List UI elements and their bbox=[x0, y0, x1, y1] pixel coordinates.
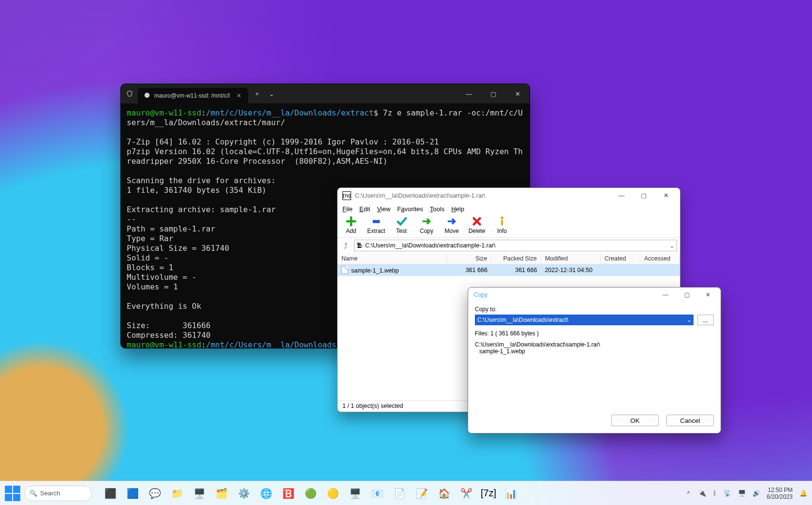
terminal-icon[interactable]: 🖥️ bbox=[190, 484, 209, 503]
cell-created bbox=[600, 264, 640, 276]
add-button[interactable]: Add bbox=[340, 216, 362, 234]
menu-help[interactable]: Help bbox=[451, 205, 464, 213]
menu-file[interactable]: File bbox=[342, 205, 353, 213]
clock-date: 6/20/2023 bbox=[767, 493, 793, 500]
cell-accessed bbox=[640, 264, 679, 276]
cell-packed: 361 666 bbox=[491, 264, 541, 276]
dialog-title: Copy bbox=[474, 291, 487, 298]
col-modified[interactable]: Modified bbox=[541, 253, 600, 264]
sevenzip-titlebar[interactable]: [7z] C:\Users\m__la\Downloads\extract\sa… bbox=[338, 188, 680, 203]
prompt-path: /mnt/c/Users/m__la/Downloads/ bbox=[206, 340, 341, 348]
usb-icon[interactable]: 🔌 bbox=[698, 490, 706, 497]
copy-stats: Files: 1 ( 361 666 bytes ) bbox=[475, 330, 714, 337]
tray-overflow-icon[interactable]: ＾ bbox=[685, 489, 692, 498]
snipping-icon[interactable]: ✂️ bbox=[457, 484, 476, 503]
archive-icon: 🗜 bbox=[356, 242, 362, 249]
shield-icon bbox=[121, 84, 138, 103]
edge-icon[interactable]: 🌐 bbox=[256, 484, 276, 503]
ok-button[interactable]: OK bbox=[611, 415, 659, 426]
address-combo[interactable]: 🗜 C:\Users\m__la\Downloads\extract\sampl… bbox=[354, 240, 677, 251]
notifications-icon[interactable]: 🔔 bbox=[799, 490, 807, 497]
system-tray: ＾ 🔌 ᛒ 📡 🖥️ 🔊 12:50 PM 6/20/2023 🔔 bbox=[685, 487, 807, 500]
taskbar: 🔍 Search ⬛ 🟦 💬 📁 🖥️ 🗂️ ⚙️ 🌐 🅱️ 🟢 🟡 🖥️ 📧 … bbox=[0, 481, 812, 505]
explorer-icon[interactable]: 📁 bbox=[167, 484, 187, 503]
col-accessed[interactable]: Accessed bbox=[640, 253, 679, 264]
notepad-icon[interactable]: 📝 bbox=[412, 484, 431, 503]
start-button[interactable] bbox=[5, 486, 20, 501]
word-icon[interactable]: 📄 bbox=[390, 484, 409, 503]
dev-home-icon[interactable]: 🏠 bbox=[434, 484, 454, 503]
menu-favorites[interactable]: Favorites bbox=[397, 205, 423, 213]
col-size[interactable]: Size bbox=[447, 253, 491, 264]
cell-size: 361 666 bbox=[447, 264, 491, 276]
maximize-button[interactable]: ▢ bbox=[481, 84, 505, 103]
terminal-tab[interactable]: mauro@vm-w11-ssd: /mnt/c/l ✕ bbox=[138, 88, 248, 103]
cell-modified: 2022-12-31 04:50 bbox=[541, 264, 600, 276]
info-button[interactable]: Info bbox=[491, 216, 513, 234]
copy-destination-combo[interactable]: C:\Users\m__la\Downloads\extract\ bbox=[475, 315, 694, 325]
sevenzip-menubar: File Edit View Favorites Tools Help bbox=[338, 203, 680, 215]
remote-desktop-icon[interactable]: 🖥️ bbox=[345, 484, 365, 503]
maximize-button[interactable]: ▢ bbox=[676, 288, 697, 302]
extract-button[interactable]: Extract bbox=[366, 216, 387, 234]
close-button[interactable]: ✕ bbox=[655, 188, 677, 203]
minimize-button[interactable]: — bbox=[655, 288, 676, 302]
copy-source-item: sample-1_1.webp bbox=[475, 348, 714, 355]
toolbar-label: Test bbox=[396, 228, 407, 234]
chrome-canary-icon[interactable]: 🟡 bbox=[323, 484, 342, 503]
excel-icon[interactable]: 📊 bbox=[501, 484, 520, 503]
chat-icon[interactable]: 💬 bbox=[145, 484, 164, 503]
settings-icon[interactable]: ⚙️ bbox=[234, 484, 253, 503]
move-button[interactable]: Move bbox=[441, 216, 462, 234]
prompt-user: mauro@vm-w11-ssd bbox=[127, 340, 201, 348]
outlook-icon[interactable]: 📧 bbox=[368, 484, 387, 503]
location-icon[interactable]: 📡 bbox=[723, 490, 731, 497]
test-button[interactable]: Test bbox=[391, 216, 412, 234]
col-name[interactable]: Name bbox=[338, 253, 447, 264]
table-row[interactable]: sample-1_1.webp 361 666 361 666 2022-12-… bbox=[338, 264, 680, 276]
copy-dialog: Copy — ▢ ✕ Copy to: C:\Users\m__la\Downl… bbox=[468, 287, 721, 433]
folder-icon[interactable]: 🗂️ bbox=[212, 484, 231, 503]
sevenzip-toolbar: Add Extract Test Copy Move Delete Info bbox=[338, 215, 680, 238]
network-icon[interactable]: 🖥️ bbox=[738, 490, 746, 497]
copy-button[interactable]: Copy bbox=[416, 216, 437, 234]
menu-view[interactable]: View bbox=[377, 205, 390, 213]
copy-titlebar[interactable]: Copy — ▢ ✕ bbox=[468, 288, 721, 302]
linux-icon bbox=[144, 92, 150, 100]
col-packed[interactable]: Packed Size bbox=[491, 253, 541, 264]
sevenzip-addressbar: ⤴ 🗜 C:\Users\m__la\Downloads\extract\sam… bbox=[338, 238, 680, 253]
copy-source: C:\Users\m__la\Downloads\extract\sample-… bbox=[475, 341, 714, 355]
browse-button[interactable]: ... bbox=[697, 315, 714, 325]
chrome-icon[interactable]: 🟢 bbox=[301, 484, 320, 503]
widgets-icon[interactable]: 🟦 bbox=[123, 484, 142, 503]
edge-beta-icon[interactable]: 🅱️ bbox=[279, 484, 298, 503]
maximize-button[interactable]: ▢ bbox=[633, 188, 655, 203]
taskbar-search[interactable]: 🔍 Search bbox=[24, 486, 92, 501]
volume-icon[interactable]: 🔊 bbox=[753, 490, 760, 497]
toolbar-label: Add bbox=[346, 228, 356, 234]
menu-tools[interactable]: Tools bbox=[430, 205, 444, 213]
toolbar-label: Move bbox=[444, 228, 458, 234]
chevron-down-icon[interactable]: ⌄ bbox=[669, 242, 675, 249]
cancel-button[interactable]: Cancel bbox=[666, 415, 714, 426]
tab-dropdown-icon[interactable]: ⌄ bbox=[266, 84, 277, 103]
folder-up-icon[interactable]: ⤴ bbox=[340, 242, 351, 250]
taskbar-apps: ⬛ 🟦 💬 📁 🖥️ 🗂️ ⚙️ 🌐 🅱️ 🟢 🟡 🖥️ 📧 📄 📝 🏠 ✂️ … bbox=[101, 484, 520, 503]
close-tab-icon[interactable]: ✕ bbox=[234, 91, 244, 101]
sevenzip-taskbar-icon[interactable]: [7z] bbox=[479, 484, 498, 503]
close-button[interactable]: ✕ bbox=[505, 84, 530, 103]
delete-button[interactable]: Delete bbox=[466, 216, 487, 234]
terminal-titlebar[interactable]: mauro@vm-w11-ssd: /mnt/c/l ✕ ＋ ⌄ — ▢ ✕ bbox=[121, 84, 530, 103]
toolbar-label: Extract bbox=[367, 228, 385, 234]
file-icon bbox=[341, 266, 348, 274]
sevenzip-title: C:\Users\m__la\Downloads\extract\sample-… bbox=[355, 192, 486, 199]
bluetooth-icon[interactable]: ᛒ bbox=[713, 490, 717, 497]
close-button[interactable]: ✕ bbox=[697, 288, 719, 302]
taskbar-clock[interactable]: 12:50 PM 6/20/2023 bbox=[767, 487, 793, 500]
task-view-icon[interactable]: ⬛ bbox=[101, 484, 120, 503]
minimize-button[interactable]: — bbox=[610, 188, 633, 203]
new-tab-button[interactable]: ＋ bbox=[248, 84, 266, 103]
menu-edit[interactable]: Edit bbox=[359, 205, 370, 213]
col-created[interactable]: Created bbox=[600, 253, 640, 264]
minimize-button[interactable]: — bbox=[457, 84, 481, 103]
